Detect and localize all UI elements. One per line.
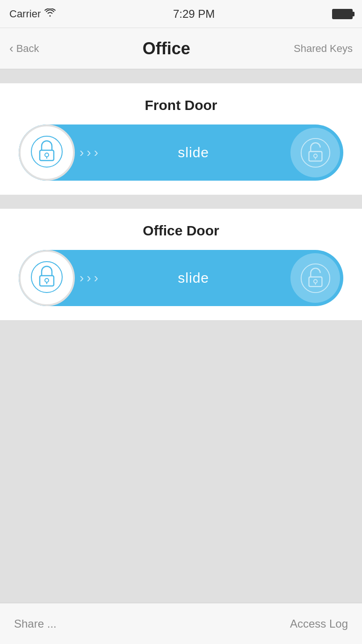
front-door-slide-control[interactable]: ››› slide <box>19 124 343 181</box>
front-door-slide-knob <box>19 124 75 181</box>
svg-rect-5 <box>309 151 322 161</box>
svg-point-10 <box>45 278 49 282</box>
office-door-section: Office Door ››› slide <box>0 209 362 320</box>
office-door-slide-control[interactable]: ››› slide <box>19 250 343 306</box>
bottom-toolbar: Share ... Access Log <box>0 603 362 644</box>
svg-rect-9 <box>40 276 54 286</box>
section-divider-top <box>0 69 362 83</box>
empty-area <box>0 320 362 610</box>
back-button[interactable]: ‹ Back <box>9 41 39 56</box>
access-log-button[interactable]: Access Log <box>290 617 348 630</box>
svg-rect-13 <box>309 277 322 286</box>
office-door-slide-knob <box>19 250 75 306</box>
front-door-title: Front Door <box>19 97 343 113</box>
front-door-lock-closed-icon <box>30 135 63 170</box>
status-bar: Carrier 7:29 PM <box>0 0 362 28</box>
status-time: 7:29 PM <box>173 7 215 21</box>
office-door-lock-open-icon <box>290 253 340 303</box>
share-button[interactable]: Share ... <box>14 617 57 630</box>
svg-rect-1 <box>40 150 54 161</box>
carrier-info: Carrier <box>9 8 56 20</box>
front-door-lock-open-icon <box>290 128 340 177</box>
back-label: Back <box>16 43 39 55</box>
front-door-section: Front Door ››› slide <box>0 83 362 195</box>
shared-keys-button[interactable]: Shared Keys <box>294 43 353 55</box>
office-door-slide-label: slide <box>178 270 209 286</box>
section-divider-middle <box>0 195 362 209</box>
office-door-title: Office Door <box>19 223 343 239</box>
battery-indicator <box>332 9 353 19</box>
wifi-icon <box>44 8 56 19</box>
carrier-label: Carrier <box>9 8 41 20</box>
page-title: Office <box>143 39 190 59</box>
office-door-slide-arrows: ››› <box>80 271 99 285</box>
svg-point-14 <box>313 279 317 283</box>
svg-point-2 <box>45 153 49 157</box>
office-door-lock-closed-icon <box>30 261 63 295</box>
svg-point-6 <box>313 154 317 157</box>
front-door-slide-label: slide <box>178 145 209 161</box>
battery-icon <box>332 9 353 19</box>
front-door-slide-arrows: ››› <box>80 145 99 160</box>
back-chevron-icon: ‹ <box>9 41 14 56</box>
navigation-bar: ‹ Back Office Shared Keys <box>0 28 362 69</box>
